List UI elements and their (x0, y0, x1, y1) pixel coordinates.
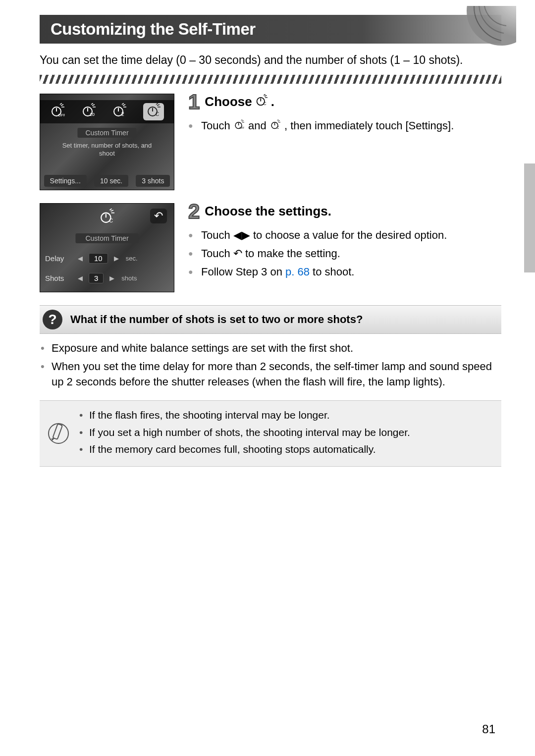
svg-rect-26 (53, 424, 62, 439)
page-thumb-tab (524, 163, 535, 272)
s2b1-post: to choose a value for the desired option… (253, 229, 447, 241)
intro-text: You can set the time delay (0 – 30 secon… (40, 53, 501, 68)
left-arrow-icon: ◀ (76, 274, 85, 282)
custom-timer-label-2: Custom Timer (75, 233, 138, 243)
shots-unit: shots (120, 274, 137, 282)
step-row-1: OFF 10 2 C Custom Timer Set timer, numbe… (40, 94, 501, 190)
s2b2-post: to make the setting. (245, 247, 340, 260)
settings-pill: Settings... (44, 175, 87, 187)
camera-screenshot-2: C ↶ Custom Timer Delay ◀ 10 ▶ sec. Shots… (40, 203, 174, 292)
s2b3-pre: Follow Step 3 on (201, 266, 285, 278)
delay-row: Delay ◀ 10 ▶ sec. (45, 253, 169, 264)
step-number-2: 2 (188, 201, 200, 222)
page-number: 81 (482, 722, 495, 736)
timer-icon-row: OFF 10 2 C (40, 100, 174, 123)
s1b1-pre: Touch (201, 119, 233, 132)
step2-bullet-1: Touch ◀▶ to choose a value for the desir… (188, 228, 501, 243)
s1b1-mid: and (248, 119, 269, 132)
corner-decoration (427, 6, 516, 46)
shots-value: 3 (89, 273, 104, 283)
timer-2-icon: 2 (112, 103, 127, 120)
svg-text:C: C (109, 217, 113, 223)
step-title-2: Choose the settings. (205, 203, 331, 219)
return-icon: ↶ (233, 247, 242, 260)
step-title-1: Choose C . (205, 94, 274, 110)
page-title-bar: Customizing the Self-Timer (40, 15, 501, 44)
qa-list: Exposure and white balance settings are … (40, 341, 501, 389)
note-item-1: If the flash fires, the shooting interva… (79, 408, 492, 423)
page-link-68[interactable]: p. 68 (285, 266, 310, 278)
step1-bullet-1: Touch OFF and C , then immediately touch… (188, 118, 501, 134)
question-icon: ? (43, 310, 62, 329)
hint-text: Set timer, number of shots, and shoot (54, 142, 160, 158)
timer-custom-icon: C (99, 209, 115, 227)
svg-text:C: C (277, 126, 279, 129)
right-arrow-icon: ▶ (107, 274, 116, 282)
left-arrow-icon: ◀ (76, 255, 85, 262)
svg-text:C: C (263, 101, 266, 106)
step2-bullet-2: Touch ↶ to make the setting. (188, 246, 501, 262)
qa-title: What if the number of shots is set to tw… (70, 313, 363, 326)
delay-value: 10 (89, 253, 108, 264)
qa-item-2: When you set the time delay for more tha… (40, 359, 501, 390)
timer-custom-icon: C (255, 94, 268, 110)
svg-text:C: C (156, 111, 159, 117)
s1b1-post: , then immediately touch [Settings]. (284, 119, 454, 132)
step-number-1: 1 (188, 92, 200, 112)
hatch-divider (40, 75, 501, 84)
timer-off-icon: OFF (233, 119, 248, 132)
svg-text:10: 10 (90, 112, 95, 117)
sec-pill: 10 sec. (94, 175, 128, 187)
shots-pill: 3 shots (136, 175, 170, 187)
timer-off-icon: OFF (50, 103, 65, 120)
note-box: If the flash fires, the shooting interva… (40, 400, 501, 466)
qa-item-1: Exposure and white balance settings are … (40, 341, 501, 356)
note-item-2: If you set a high number of shots, the s… (79, 425, 492, 440)
page-title: Customizing the Self-Timer (51, 20, 256, 38)
svg-point-25 (49, 424, 68, 443)
note-item-3: If the memory card becomes full, shootin… (79, 442, 492, 457)
qa-bar: ? What if the number of shots is set to … (40, 305, 501, 334)
timer-10-icon: 10 (81, 103, 96, 120)
delay-label: Delay (45, 254, 72, 263)
s2b3-post: to shoot. (310, 266, 355, 278)
return-icon: ↶ (150, 209, 167, 223)
step1-title-pre: Choose (205, 94, 252, 110)
pencil-note-icon (47, 422, 70, 445)
timer-custom-icon: C (269, 119, 284, 132)
camera-screenshot-1: OFF 10 2 C Custom Timer Set timer, numbe… (40, 94, 174, 190)
step2-bullet-3: Follow Step 3 on p. 68 to shoot. (188, 265, 501, 280)
right-arrow-icon: ▶ (112, 255, 121, 262)
shots-label: Shots (45, 274, 72, 282)
shots-row: Shots ◀ 3 ▶ shots (45, 273, 169, 283)
delay-unit: sec. (125, 255, 138, 262)
s2b1-pre: Touch (201, 229, 233, 241)
custom-timer-label: Custom Timer (77, 128, 136, 138)
svg-point-0 (467, 6, 516, 46)
svg-text:OFF: OFF (239, 126, 244, 129)
left-right-arrows-icon: ◀▶ (233, 229, 250, 241)
step1-title-post: . (271, 94, 274, 110)
timer-custom-icon: C (143, 103, 164, 120)
svg-text:2: 2 (121, 111, 124, 117)
step-row-2: C ↶ Custom Timer Delay ◀ 10 ▶ sec. Shots… (40, 203, 501, 292)
svg-text:OFF: OFF (58, 113, 65, 117)
s2b2-pre: Touch (201, 247, 233, 260)
